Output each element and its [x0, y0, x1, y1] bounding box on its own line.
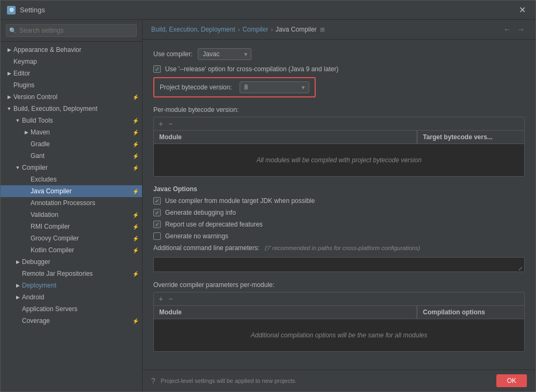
javac-opt2-label: Generate debugging info [165, 209, 236, 216]
additional-params-field-row: ⤢ [153, 257, 525, 274]
sidebar-item-deployment[interactable]: ▶ Deployment [1, 280, 142, 291]
sidebar-item-annotation[interactable]: Annotation Processors [1, 197, 142, 209]
arrow-icon: ▶ [13, 258, 22, 266]
arrow-icon [22, 246, 31, 254]
footer-bar: ? Project-level settings will be applied… [143, 370, 535, 391]
javac-opt2-checkbox[interactable]: ✓ [153, 209, 161, 216]
javac-options-title: Javac Options [153, 185, 525, 193]
sidebar-item-label: Compiler [22, 164, 132, 171]
javac-opt4-label: Generate no warnings [165, 232, 228, 240]
sync-icon: ⚡ [132, 318, 139, 324]
additional-params-input[interactable] [153, 257, 525, 272]
sidebar-item-label: Validation [31, 211, 132, 218]
override-module-col: Module [154, 306, 417, 319]
arrow-icon: ▼ [13, 116, 22, 125]
sidebar-item-keymap[interactable]: Keymap [1, 56, 142, 67]
sidebar-item-label: Java Compiler [31, 187, 132, 195]
sidebar-item-appearance[interactable]: ▶ Appearance & Behavior [1, 44, 142, 56]
sync-icon: ⚡ [132, 153, 139, 159]
sidebar-item-kotlin[interactable]: Kotlin Compiler ⚡ [1, 244, 142, 256]
add-module-button[interactable]: + [157, 119, 165, 128]
titlebar: ⚙ Settings ✕ [1, 1, 535, 20]
sidebar-item-version-control[interactable]: ▶ Version Control ⚡ [1, 91, 142, 103]
breadcrumb-sep2: › [271, 26, 273, 33]
sidebar-item-build-exec[interactable]: ▼ Build, Execution, Deployment [1, 103, 142, 115]
module-table-empty: All modules will be compiled with projec… [256, 156, 421, 164]
sync-icon: ⚡ [132, 247, 139, 253]
sidebar-item-label: Gradle [31, 140, 132, 148]
override-add-button[interactable]: + [157, 295, 165, 303]
sidebar-item-plugins[interactable]: Plugins [1, 79, 142, 91]
release-option-row: ✓ Use '--release' option for cross-compi… [153, 65, 525, 73]
sidebar-item-label: Build Tools [22, 117, 132, 124]
breadcrumb-part1[interactable]: Build, Execution, Deployment [151, 26, 235, 33]
javac-opt3-checkbox[interactable]: ✓ [153, 221, 161, 228]
sidebar-item-editor[interactable]: ▶ Editor [1, 67, 142, 79]
arrow-icon: ▼ [5, 104, 13, 113]
sync-icon: ⚡ [132, 130, 139, 135]
sync-icon: ⚡ [132, 165, 139, 171]
sync-icon: ⚡ [132, 141, 139, 147]
forward-button[interactable]: → [515, 24, 527, 35]
bookmark-icon[interactable]: ⊞ [320, 26, 325, 33]
check-icon: ✓ [155, 222, 159, 228]
javac-opt1-checkbox[interactable]: ✓ [153, 197, 161, 205]
arrow-icon: ▶ [5, 69, 13, 78]
override-remove-button[interactable]: − [167, 295, 174, 303]
bytecode-version-row: Project bytecode version: 8 11 17 ▼ [153, 77, 316, 97]
override-label-row: Override compiler parameters per-module: [153, 281, 525, 289]
sidebar-item-maven[interactable]: ▶ Maven ⚡ [1, 126, 142, 138]
sidebar-item-validation[interactable]: Validation ⚡ [1, 209, 142, 221]
arrow-icon [13, 316, 22, 325]
sync-icon: ⚡ [132, 271, 139, 277]
app-icon: ⚙ [7, 6, 16, 14]
arrow-icon: ▶ [13, 281, 22, 290]
sidebar-item-compiler[interactable]: ▼ Compiler ⚡ [1, 162, 142, 174]
sidebar-item-excludes[interactable]: Excludes [1, 174, 142, 185]
additional-params-row: Additional command line parameters: ('/'… [153, 244, 525, 252]
sidebar-item-android[interactable]: ▶ Android [1, 291, 142, 303]
sidebar-item-label: Application Servers [22, 305, 142, 313]
expand-icon[interactable]: ⤢ [518, 266, 523, 272]
module-table-body: All modules will be compiled with projec… [154, 144, 524, 176]
close-button[interactable]: ✕ [516, 4, 529, 16]
main-panel: Build, Execution, Deployment › Compiler … [143, 20, 535, 391]
sidebar-item-groovy[interactable]: Groovy Compiler ⚡ [1, 232, 142, 244]
release-option-checkbox[interactable]: ✓ [153, 65, 161, 73]
per-module-table: + − Module Target bytecode vers... All m… [153, 117, 525, 177]
override-label: Override compiler parameters per-module: [153, 281, 274, 289]
back-button[interactable]: ← [501, 24, 513, 35]
search-box: 🔍 [1, 20, 142, 42]
sidebar-item-label: Appearance & Behavior [13, 46, 142, 54]
arrow-icon [22, 210, 31, 219]
module-table-header: Module Target bytecode vers... [154, 131, 524, 144]
sidebar-item-remote-jar[interactable]: Remote Jar Repositories ⚡ [1, 268, 142, 280]
override-table-header: Module Compilation options [154, 306, 524, 319]
sidebar-item-label: RMI Compiler [31, 223, 132, 230]
sidebar-item-gradle[interactable]: Gradle ⚡ [1, 138, 142, 150]
breadcrumb-part2[interactable]: Compiler [242, 26, 268, 33]
sidebar-item-debugger[interactable]: ▶ Debugger [1, 256, 142, 268]
sidebar-item-label: Annotation Processors [31, 199, 142, 207]
sidebar-item-app-servers[interactable]: Application Servers [1, 303, 142, 315]
sidebar-item-build-tools[interactable]: ▼ Build Tools ⚡ [1, 115, 142, 126]
arrow-icon: ▶ [5, 46, 13, 54]
sidebar-item-java-compiler[interactable]: Java Compiler ⚡ [1, 185, 142, 197]
remove-module-button[interactable]: − [167, 119, 174, 128]
check-icon: ✓ [155, 66, 159, 72]
search-icon: 🔍 [9, 27, 17, 34]
settings-tree: ▶ Appearance & Behavior Keymap ▶ Editor … [1, 42, 142, 391]
javac-opt4-checkbox[interactable] [153, 232, 161, 240]
sidebar-item-rmi[interactable]: RMI Compiler ⚡ [1, 221, 142, 232]
sidebar-item-label: Kotlin Compiler [31, 246, 132, 254]
ok-button[interactable]: OK [496, 374, 527, 387]
search-input[interactable] [6, 24, 137, 37]
settings-window: ⚙ Settings ✕ 🔍 ▶ Appearance & Behavior [0, 0, 536, 392]
question-icon[interactable]: ? [151, 376, 155, 385]
compiler-select[interactable]: Javac Eclipse [198, 48, 251, 60]
javac-opt1-row: ✓ Use compiler from module target JDK wh… [153, 197, 525, 205]
bytecode-version-select[interactable]: 8 11 17 [240, 81, 309, 93]
arrow-icon [22, 222, 31, 231]
sidebar-item-gant[interactable]: Gant ⚡ [1, 150, 142, 162]
sidebar-item-coverage[interactable]: Coverage ⚡ [1, 315, 142, 327]
